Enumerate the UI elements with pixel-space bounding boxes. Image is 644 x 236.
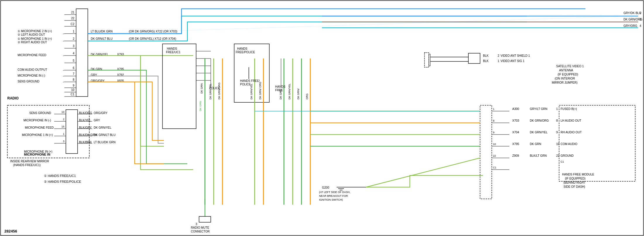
svg-text:8: 8	[556, 119, 558, 122]
svg-text:DK GRN/YEL: DK GRN/YEL	[288, 83, 291, 99]
svg-text:FUSED B(+): FUSED B(+)	[561, 107, 577, 111]
svg-text:DK GRN/ ORG: DK GRN/ ORG	[259, 82, 262, 99]
svg-text:X704: X704	[512, 131, 519, 134]
svg-text:HANDS: HANDS	[237, 47, 247, 50]
svg-text:① MICROPHONE 2 IN (+): ① MICROPHONE 2 IN (+)	[18, 30, 52, 33]
svg-text:9: 9	[493, 131, 494, 134]
diagram-svg: 21 22 C2 1 2 3 4 5 6 7 8 9 10	[0, 0, 644, 236]
wiring-diagram: 21 22 C2 1 2 3 4 5 6 7 8 9 10	[0, 0, 644, 236]
svg-text:HANDS: HANDS	[275, 85, 285, 88]
svg-text:FREE/POLICE: FREE/POLICE	[236, 51, 255, 54]
svg-text:② HANDS FREE/POLICE: ② HANDS FREE/POLICE	[44, 180, 81, 183]
svg-text:15: 15	[61, 125, 64, 128]
svg-text:C1: C1	[71, 93, 74, 96]
svg-text:DK GRN: DK GRN	[530, 142, 541, 146]
svg-text:A300: A300	[512, 107, 519, 111]
svg-text:2: 2	[63, 118, 64, 121]
svg-text:HANDS FREE/: HANDS FREE/	[240, 79, 260, 82]
svg-text:2: 2	[640, 11, 641, 15]
svg-text:LT BLU/DK GRN: LT BLU/DK GRN	[91, 30, 113, 33]
microphone-in-label: MICROPHONE IN	[24, 153, 50, 156]
svg-text:(IF EQUIPPED): (IF EQUIPPED)	[565, 177, 585, 180]
svg-text:5: 5	[73, 59, 74, 62]
svg-text:DK GRN/LT BLU: DK GRN/LT BLU	[91, 37, 113, 40]
svg-text:SIDE OF DASH): SIDE OF DASH)	[564, 185, 585, 188]
svg-text:MICROPHONE FEED: MICROPHONE FEED	[18, 54, 46, 57]
svg-text:HANDS: HANDS	[167, 47, 177, 50]
svg-text:SENS GROUND: SENS GROUND	[29, 111, 51, 115]
svg-text:8: 8	[493, 119, 494, 122]
svg-text:MICROPHONE FEED: MICROPHONE FEED	[25, 126, 54, 129]
svg-text:BLK: BLK	[483, 59, 489, 63]
svg-text:DK GRN/YEL: DK GRN/YEL	[209, 83, 212, 99]
svg-text:RADIO: RADIO	[7, 96, 19, 100]
svg-text:X795: X795	[512, 142, 519, 146]
svg-text:SENS GROUND: SENS GROUND	[18, 80, 39, 83]
svg-text:MICROPHONE IN (-): MICROPHONE IN (-)	[23, 119, 51, 122]
svg-text:COM AUDIO OUTPUT: COM AUDIO OUTPUT	[18, 68, 47, 71]
svg-text:DK GRN/ORG: DK GRN/ORG	[218, 82, 221, 99]
svg-text:DK GRN/YEL: DK GRN/YEL	[530, 131, 548, 134]
svg-text:DK GRN/ORG: DK GRN/ORG	[530, 119, 549, 122]
svg-text:RH AUDIO OUT: RH AUDIO OUT	[561, 131, 582, 134]
svg-text:DK GRN: DK GRN	[200, 83, 203, 94]
svg-text:(AT LEFT SIDE OF DASH,: (AT LEFT SIDE OF DASH,	[319, 191, 350, 194]
svg-text:1: 1	[498, 59, 499, 63]
svg-text:282456: 282456	[4, 229, 17, 233]
svg-text:BLK/LT GRN: BLK/LT GRN	[530, 154, 547, 157]
svg-text:INSIDE REARVIEW MIRROR: INSIDE REARVIEW MIRROR	[10, 160, 49, 163]
svg-text:2: 2	[73, 37, 74, 40]
svg-text:X703: X703	[512, 119, 519, 122]
svg-text:VIDEO ANT SIG 1: VIDEO ANT SIG 1	[501, 59, 525, 63]
svg-text:POLICE: POLICE	[209, 87, 220, 90]
svg-text:1: 1	[493, 108, 494, 111]
svg-text:MICROPHONE IN (-): MICROPHONE IN (-)	[18, 74, 45, 77]
svg-text:1: 1	[63, 132, 64, 135]
svg-text:POLICE: POLICE	[240, 83, 251, 86]
svg-text:3: 3	[63, 140, 64, 143]
svg-text:GRY/ORG: GRY/ORG	[624, 24, 637, 27]
svg-text:9: 9	[556, 131, 558, 134]
svg-text:DK GRN/: DK GRN/	[297, 88, 300, 99]
svg-text:2: 2	[498, 54, 499, 57]
svg-text:① MICROPHONE 1 IN (+): ① MICROPHONE 1 IN (+)	[18, 37, 52, 40]
svg-text:C1: C1	[493, 166, 496, 169]
svg-text:NEAR BREAKOUT FOR: NEAR BREAKOUT FOR	[319, 194, 348, 197]
svg-text:ANTENNA: ANTENNA	[559, 69, 573, 72]
svg-text:6: 6	[73, 66, 74, 70]
svg-text:LT BLU/DK GRN: LT BLU/DK GRN	[94, 141, 116, 144]
svg-text:GROUND: GROUND	[561, 154, 573, 157]
svg-text:3: 3	[640, 18, 641, 21]
svg-text:21: 21	[71, 11, 75, 14]
svg-text:C2: C2	[71, 23, 74, 26]
svg-text:8: 8	[73, 78, 74, 81]
svg-text:LH AUDIO OUT: LH AUDIO OUT	[561, 119, 581, 122]
svg-text:C1: C1	[561, 160, 564, 163]
svg-text:MICROPHONE 1 IN (+): MICROPHONE 1 IN (+)	[22, 133, 53, 137]
svg-text:4: 4	[73, 52, 74, 55]
svg-text:9: 9	[73, 84, 74, 87]
svg-text:RADIO MUTE: RADIO MUTE	[191, 226, 209, 229]
svg-text:② LEFT AUDIO OUT: ② LEFT AUDIO OUT	[18, 33, 45, 36]
svg-text:3: 3	[73, 44, 74, 48]
svg-text:10: 10	[61, 111, 64, 113]
svg-text:(ON INTERIOR: (ON INTERIOR	[555, 77, 575, 80]
svg-text:(OR DK GRN/ORG)  X722 (OR X703: (OR DK GRN/ORG) X722 (OR X703)	[129, 30, 177, 33]
svg-text:Z909: Z909	[512, 154, 519, 157]
svg-text:ORG: ORG	[306, 93, 309, 99]
svg-text:SATELLITE VIDEO 1: SATELLITE VIDEO 1	[556, 65, 584, 68]
svg-text:(HANDS FREE/UC1): (HANDS FREE/UC1)	[13, 163, 41, 167]
svg-text:FREE: FREE	[275, 89, 283, 92]
svg-text:② RIGHT AUDIO OUT: ② RIGHT AUDIO OUT	[18, 41, 47, 44]
svg-text:COM AUDIO: COM AUDIO	[561, 142, 577, 146]
svg-text:DK GRN/YEL: DK GRN/YEL	[94, 126, 112, 129]
svg-text:GRY/DK BLU: GRY/DK BLU	[624, 11, 641, 15]
svg-text:HANDS FREE MODULE: HANDS FREE MODULE	[562, 173, 594, 176]
svg-text:VIDEO ANT SHIELD 1: VIDEO ANT SHIELD 1	[501, 54, 530, 57]
svg-text:① HANDS FREE/UC1: ① HANDS FREE/UC1	[44, 174, 76, 178]
svg-text:DK GRN/LT BLU: DK GRN/LT BLU	[94, 133, 116, 137]
svg-text:ORG/GRY: ORG/GRY	[94, 111, 107, 115]
svg-text:GRY/LT GRN: GRY/LT GRN	[530, 107, 547, 111]
svg-text:4: 4	[640, 24, 641, 27]
svg-text:1: 1	[73, 30, 74, 33]
